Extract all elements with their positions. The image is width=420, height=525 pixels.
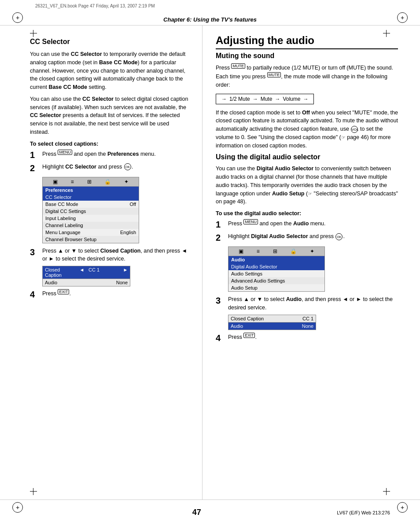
menu-row-menu-lang: Menu LanguageEnglish [43, 229, 139, 236]
cc-table-col1-header: Closed Caption [43, 266, 77, 279]
step-number-4: 4 [30, 289, 42, 300]
audio-table-row2: Audio None [228, 323, 316, 330]
step-2: 2 Highlight CC Selector and press OK. [30, 163, 189, 173]
cc-selector-title: CC Selector [30, 38, 189, 46]
audio-menu-icons-row: ▣ ≡ ⊞ 🔒 ✦ [228, 247, 324, 256]
flow-arrow3: → [303, 96, 308, 102]
menu-row-digital-cc: Digital CC Settings [43, 208, 139, 215]
mute-btn-icon2: MUTE [267, 72, 281, 77]
menu-icon-digital1: MENU [243, 219, 258, 224]
audio-table-audio-label: Audio [228, 323, 272, 330]
flow-arrow1: → [253, 96, 258, 102]
cc-steps-label: To select closed captions: [30, 141, 189, 147]
digital-step-1-content: Press MENU and open the Audio menu. [228, 219, 398, 228]
cc-table-audio-value: None [86, 279, 130, 286]
digital-p1: You can use the Digital Audio Selector t… [216, 165, 398, 206]
audio-menu-icon-tab3: ⊞ [273, 248, 277, 254]
digital-steps-label: To use the digital audio selector: [216, 210, 398, 217]
step-3-content: Press ▲ or ▼ to select Closed Caption, a… [42, 247, 189, 264]
audio-menu-row-settings: Audio Settings [228, 270, 324, 277]
menu-icon-tab5: ✦ [124, 179, 129, 185]
audio-menu-row-setup: Audio Setup [228, 284, 324, 291]
flow-start-arrow: → [221, 96, 227, 102]
digital-step-3-content: Press ▲ or ▼ to select Audio, and then p… [228, 295, 398, 312]
cc-table-col2-value: CC 1 [86, 266, 121, 279]
ok-icon: OK [124, 163, 131, 170]
audio-caption-table: Closed Caption CC 1 Audio None [228, 315, 316, 330]
menu-row-input-label: Input Labeling [43, 215, 139, 222]
digital-step-number-2: 2 [216, 232, 228, 243]
audio-menu-icon-tab4: 🔒 [290, 248, 297, 254]
step-1-content: Press MENU and open the Preferences menu… [42, 150, 189, 158]
audio-menu-row-advanced: Advanced Audio Settings [228, 277, 324, 284]
step-number-3: 3 [30, 247, 42, 257]
page-number: 47 [192, 508, 201, 517]
menu-row-channel-browser: Channel Browser Setup [43, 236, 139, 243]
menu-icon-tab3: ⊞ [87, 179, 92, 185]
mute-flow-diagram: → 1/2 Mute → Mute → Volume → [216, 94, 314, 104]
menu-icon-1: MENU [58, 150, 72, 155]
flow-item-mute: Mute [261, 96, 273, 102]
cc-caption-table: Closed Caption ◄ CC 1 ► Audio None [42, 266, 130, 286]
digital-step-4: 4 Press EXIT. [216, 333, 398, 343]
digital-step-number-1: 1 [216, 219, 228, 230]
audio-table-col1-header: Closed Caption [228, 315, 272, 322]
right-column: Adjusting the audio Muting the sound Pre… [203, 26, 420, 499]
exit-icon-2: EXIT [243, 333, 255, 338]
ok-icon-2: OK [335, 233, 343, 240]
digital-audio-title: Using the digital audio selector [216, 153, 398, 161]
step-1: 1 Press MENU and open the Preferences me… [30, 150, 189, 160]
file-info: 26321_V67_EN.book Page 47 Friday, April … [35, 4, 155, 8]
preferences-menu-screenshot: ▣ ≡ ⊞ 🔒 ✦ Preferences CC Selector Base C… [42, 177, 139, 243]
step-3: 3 Press ▲ or ▼ to select Closed Caption,… [30, 247, 189, 264]
adjusting-audio-title: Adjusting the audio [216, 34, 398, 49]
digital-step-1: 1 Press MENU and open the Audio menu. [216, 219, 398, 230]
digital-step-number-3: 3 [216, 295, 228, 306]
menu-title-preferences: Preferences [43, 187, 139, 194]
audio-menu-screenshot: ▣ ≡ ⊞ 🔒 ✦ Audio Digital Audio Selector A… [228, 246, 325, 292]
audio-menu-icon-tab5: ✦ [310, 248, 314, 254]
cc-selector-intro1: You can use the CC Selector to temporari… [30, 50, 189, 92]
flow-item-half-mute: 1/2 Mute [229, 96, 250, 102]
cc-table-header-row: Closed Caption ◄ CC 1 ► [43, 266, 130, 279]
menu-selected-cc: CC Selector [43, 194, 139, 201]
audio-menu-title: Audio [228, 256, 324, 263]
digital-step-2-content: Highlight Digital Audio Selector and pre… [228, 232, 398, 241]
muting-sound-title: Muting the sound [216, 52, 398, 60]
step-number-1: 1 [30, 150, 42, 160]
cc-table-audio-label: Audio [43, 279, 86, 286]
muting-p1: Press MUTE to partially reduce (1/2 MUTE… [216, 63, 398, 89]
audio-table-header-row: Closed Caption CC 1 [228, 315, 316, 323]
menu-icon-tab1: ▣ [53, 179, 58, 185]
menu-icon-tab4: 🔒 [104, 179, 111, 185]
step-4: 4 Press EXIT. [30, 289, 189, 300]
digital-step-number-4: 4 [216, 333, 228, 343]
vol-icon: VOL [351, 126, 358, 133]
flow-arrow2: → [275, 96, 280, 102]
audio-menu-selected: Digital Audio Selector [228, 263, 324, 270]
menu-row-channel-label: Channel Labeling [43, 222, 139, 229]
chapter-title: Chapter 6: Using the TV's features [26, 16, 394, 23]
digital-step-2: 2 Highlight Digital Audio Selector and p… [216, 232, 398, 243]
audio-menu-icon-tab2: ≡ [257, 248, 260, 254]
step-number-2: 2 [30, 163, 42, 173]
mute-btn-icon1: MUTE [231, 63, 245, 69]
step-2-content: Highlight CC Selector and press OK. [42, 163, 189, 171]
step-4-content: Press EXIT. [42, 289, 189, 298]
header: 26321_V67_EN.book Page 47 Friday, April … [0, 0, 420, 26]
flow-item-volume: Volume [283, 96, 300, 102]
audio-table-col2-header: CC 1 [272, 315, 316, 322]
content-area: CC Selector You can use the CC Selector … [0, 26, 420, 499]
exit-icon: EXIT [58, 289, 69, 294]
cc-table-row2: Audio None [43, 279, 130, 286]
menu-row-base-cc: Base CC ModeOff [43, 201, 139, 208]
audio-table-audio-value: None [272, 323, 316, 330]
product-code: LV67 (E/F) Web 213:276 [337, 510, 390, 515]
left-column: CC Selector You can use the CC Selector … [0, 26, 203, 499]
menu-icons-row: ▣ ≡ ⊞ 🔒 ✦ [43, 177, 139, 187]
digital-step-3: 3 Press ▲ or ▼ to select Audio, and then… [216, 295, 398, 312]
digital-step-4-content: Press EXIT. [228, 333, 398, 341]
cc-selector-intro2: You can also use the CC Selector to sele… [30, 95, 189, 136]
audio-menu-icon-tab1: ▣ [239, 248, 243, 254]
footer: 47 LV67 (E/F) Web 213:276 [0, 499, 420, 525]
